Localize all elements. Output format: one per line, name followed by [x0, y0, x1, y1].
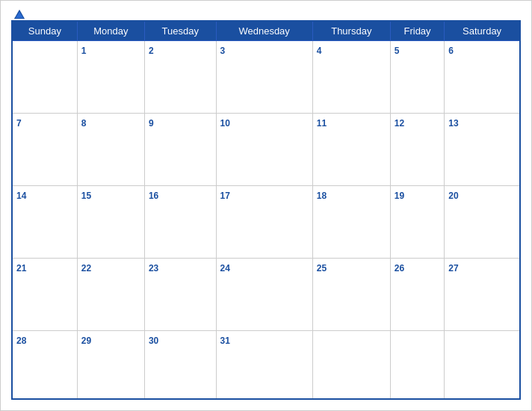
calendar-cell: 4 — [312, 41, 390, 114]
calendar-cell — [445, 330, 520, 399]
calendar-cell: 1 — [77, 41, 144, 114]
day-number: 4 — [317, 46, 322, 56]
day-number: 17 — [220, 191, 230, 201]
calendar-cell: 24 — [216, 258, 312, 330]
day-number: 28 — [16, 336, 26, 346]
day-number: 24 — [220, 263, 230, 274]
day-number: 16 — [149, 191, 158, 201]
calendar-cell — [312, 330, 390, 399]
calendar-cell: 21 — [12, 258, 77, 330]
calendar-cell — [390, 330, 444, 399]
calendar-cell: 9 — [144, 113, 216, 185]
calendar-cell: 19 — [390, 185, 444, 258]
calendar-week-row: 123456 — [12, 41, 520, 114]
weekday-thursday: Thursday — [312, 21, 390, 41]
calendar-cell: 25 — [312, 258, 390, 330]
day-number: 30 — [149, 336, 158, 346]
calendar-cell: 30 — [144, 330, 216, 399]
calendar-cell: 10 — [216, 113, 312, 185]
calendar-cell: 3 — [216, 41, 312, 114]
weekday-wednesday: Wednesday — [216, 21, 312, 41]
day-number: 2 — [149, 46, 154, 56]
calendar-cell: 18 — [312, 185, 390, 258]
day-number: 26 — [395, 263, 404, 274]
day-number: 13 — [448, 118, 458, 129]
day-number: 18 — [317, 191, 327, 201]
calendar-cell: 15 — [77, 185, 144, 258]
weekday-friday: Friday — [390, 21, 444, 41]
calendar-cell: 29 — [77, 330, 144, 399]
weekday-tuesday: Tuesday — [144, 21, 216, 41]
calendar-cell: 17 — [216, 185, 312, 258]
weekday-saturday: Saturday — [445, 21, 520, 41]
day-number: 6 — [448, 46, 454, 56]
weekday-header-row: SundayMondayTuesdayWednesdayThursdayFrid… — [12, 21, 520, 41]
calendar-cell: 6 — [445, 41, 520, 114]
calendar-cell: 26 — [390, 258, 444, 330]
day-number: 15 — [81, 191, 91, 201]
calendar-container: SundayMondayTuesdayWednesdayThursdayFrid… — [0, 0, 532, 411]
calendar-cell: 2 — [144, 41, 216, 114]
day-number: 14 — [16, 191, 26, 201]
calendar-cell: 20 — [445, 185, 520, 258]
logo-icon — [13, 8, 26, 20]
day-number: 5 — [395, 46, 400, 56]
weekday-sunday: Sunday — [12, 21, 77, 41]
day-number: 11 — [317, 118, 327, 129]
day-number: 7 — [16, 118, 22, 129]
calendar-week-row: 28293031 — [12, 330, 520, 399]
calendar-cell: 22 — [77, 258, 144, 330]
calendar-table: SundayMondayTuesdayWednesdayThursdayFrid… — [11, 20, 521, 400]
calendar-cell: 28 — [12, 330, 77, 399]
day-number: 27 — [448, 263, 458, 274]
day-number: 1 — [81, 46, 87, 56]
day-number: 10 — [220, 118, 230, 129]
calendar-week-row: 78910111213 — [12, 113, 520, 185]
calendar-cell: 13 — [445, 113, 520, 185]
calendar-week-row: 14151617181920 — [12, 185, 520, 258]
day-number: 9 — [149, 118, 154, 129]
calendar-cell: 5 — [390, 41, 444, 114]
calendar-cell: 12 — [390, 113, 444, 185]
calendar-cell: 14 — [12, 185, 77, 258]
day-number: 20 — [448, 191, 458, 201]
logo-area — [11, 8, 26, 20]
day-number: 23 — [149, 263, 158, 274]
weekday-monday: Monday — [77, 21, 144, 41]
day-number: 3 — [220, 46, 226, 56]
day-number: 21 — [16, 263, 26, 274]
calendar-cell — [12, 41, 77, 114]
calendar-cell: 23 — [144, 258, 216, 330]
day-number: 22 — [81, 263, 91, 274]
day-number: 31 — [220, 336, 230, 346]
calendar-cell: 27 — [445, 258, 520, 330]
calendar-cell: 31 — [216, 330, 312, 399]
calendar-cell: 11 — [312, 113, 390, 185]
day-number: 25 — [317, 263, 327, 274]
day-number: 12 — [395, 118, 404, 129]
day-number: 19 — [395, 191, 404, 201]
calendar-header — [11, 8, 521, 14]
day-number: 29 — [81, 336, 91, 346]
day-number: 8 — [81, 118, 87, 129]
calendar-cell: 16 — [144, 185, 216, 258]
calendar-cell: 7 — [12, 113, 77, 185]
calendar-cell: 8 — [77, 113, 144, 185]
calendar-week-row: 21222324252627 — [12, 258, 520, 330]
